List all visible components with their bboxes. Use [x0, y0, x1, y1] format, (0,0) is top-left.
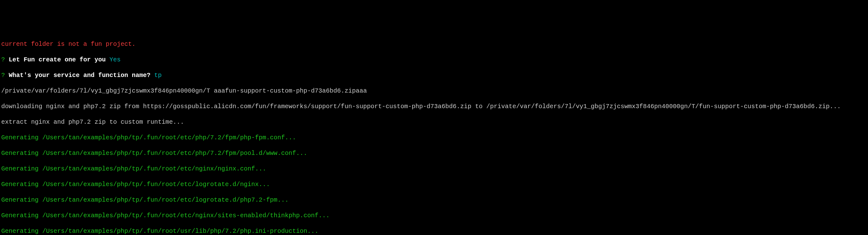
prompt-answer: tp	[154, 72, 162, 79]
generating-line: Generating /Users/tan/examples/php/tp/.f…	[1, 149, 867, 157]
download-line: downloading nginx and php7.2 zip from ht…	[1, 103, 867, 110]
prompt-text: What's your service and function name?	[5, 72, 154, 79]
path-line: /private/var/folders/7l/vy1_gbgj7zjcswmx…	[1, 87, 867, 95]
prompt-line-2: ? What's your service and function name?…	[1, 71, 867, 79]
generating-line: Generating /Users/tan/examples/php/tp/.f…	[1, 212, 867, 219]
terminal-output: current folder is not a fun project. ? L…	[1, 32, 867, 235]
prompt-line-1: ? Let Fun create one for you Yes	[1, 56, 867, 63]
extract-line: extract nginx and php7.2 zip to custom r…	[1, 118, 867, 126]
prompt-marker: ?	[1, 72, 5, 79]
prompt-answer: Yes	[110, 56, 121, 63]
generating-line: Generating /Users/tan/examples/php/tp/.f…	[1, 134, 867, 141]
prompt-text: Let Fun create one for you	[5, 56, 110, 63]
error-line: current folder is not a fun project.	[1, 40, 867, 48]
generating-line: Generating /Users/tan/examples/php/tp/.f…	[1, 196, 867, 204]
generating-line: Generating /Users/tan/examples/php/tp/.f…	[1, 227, 867, 235]
generating-line: Generating /Users/tan/examples/php/tp/.f…	[1, 165, 867, 173]
generating-line: Generating /Users/tan/examples/php/tp/.f…	[1, 180, 867, 188]
prompt-marker: ?	[1, 56, 5, 63]
